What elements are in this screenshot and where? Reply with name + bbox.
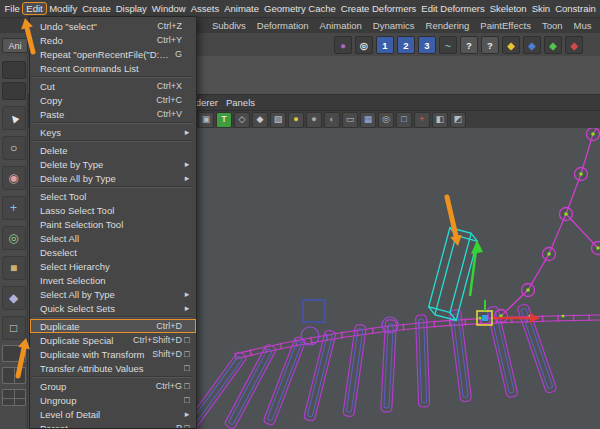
- default-light-icon[interactable]: ●: [306, 112, 322, 128]
- toolbox-button-2[interactable]: [2, 82, 26, 100]
- gamma-icon[interactable]: ◩: [450, 112, 466, 128]
- two-pane-layout-button[interactable]: [2, 367, 26, 384]
- menu-create[interactable]: Create: [80, 2, 114, 15]
- menu-item-lasso-select-tool[interactable]: Lasso Select Tool: [30, 203, 196, 217]
- menu-item-quick-select-sets[interactable]: Quick Select Sets▸: [30, 301, 196, 315]
- control-3-icon[interactable]: 3: [418, 36, 436, 54]
- menu-item-select-all[interactable]: Select All: [30, 231, 196, 245]
- menu-item-ungroup[interactable]: Ungroup□: [30, 393, 196, 407]
- yellow-shelf-icon[interactable]: ◆: [502, 36, 520, 54]
- exposure-icon[interactable]: ◧: [432, 112, 448, 128]
- menu-geometry-cache[interactable]: Geometry Cache: [262, 2, 339, 15]
- help-2-icon[interactable]: ?: [481, 36, 499, 54]
- menu-item-cut[interactable]: CutCtrl+X: [30, 79, 196, 93]
- menu-item-duplicate[interactable]: DuplicateCtrl+D: [30, 319, 196, 333]
- menu-item-keys[interactable]: Keys▸: [30, 125, 196, 139]
- menu-item-shortcut: G: [175, 49, 182, 59]
- menu-edit[interactable]: Edit: [22, 2, 46, 15]
- option-box-icon[interactable]: □: [182, 381, 192, 391]
- help-1-icon[interactable]: ?: [460, 36, 478, 54]
- menu-item-invert-selection[interactable]: Invert Selection: [30, 273, 196, 287]
- menu-item-paste[interactable]: PasteCtrl+V: [30, 107, 196, 121]
- menu-assets[interactable]: Assets: [188, 2, 222, 15]
- menu-animate[interactable]: Animate: [222, 2, 262, 15]
- menu-skin[interactable]: Skin: [529, 2, 552, 15]
- wireframe-icon[interactable]: ◇: [234, 112, 250, 128]
- xray-icon[interactable]: □: [396, 112, 412, 128]
- scale-tool-icon[interactable]: ■: [2, 256, 26, 280]
- menu-item-delete-by-type[interactable]: Delete by Type▸: [30, 157, 196, 171]
- option-box-icon[interactable]: □: [182, 423, 192, 429]
- all-lights-icon[interactable]: ●: [288, 112, 304, 128]
- shadows-icon[interactable]: ◐: [324, 112, 340, 128]
- move-tool-icon[interactable]: +: [2, 196, 26, 220]
- paint-selection-tool-icon[interactable]: ◉: [2, 166, 26, 190]
- menu-item-select-hierarchy[interactable]: Select Hierarchy: [30, 259, 196, 273]
- shelf-tab-toon[interactable]: Toon: [542, 20, 563, 31]
- textured-icon[interactable]: ▧: [270, 112, 286, 128]
- select-tool-icon[interactable]: ▲: [2, 106, 26, 130]
- option-box-icon[interactable]: □: [182, 363, 192, 373]
- menu-create-deformers[interactable]: Create Deformers: [338, 2, 419, 15]
- menu-item-delete[interactable]: Delete: [30, 143, 196, 157]
- menu-skeleton[interactable]: Skeleton: [487, 2, 529, 15]
- menu-item-transfer-attribute-values[interactable]: Transfer Attribute Values□: [30, 361, 196, 375]
- grid-icon[interactable]: ▦: [360, 112, 376, 128]
- menu-item-select-all-by-type[interactable]: Select All by Type▸: [30, 287, 196, 301]
- last-tool-icon[interactable]: □: [2, 316, 26, 340]
- menu-item-paint-selection-tool[interactable]: Paint Selection Tool: [30, 217, 196, 231]
- four-pane-layout-button[interactable]: [2, 389, 26, 406]
- menu-item-copy[interactable]: CopyCtrl+C: [30, 93, 196, 107]
- single-pane-layout-button[interactable]: [2, 345, 26, 362]
- texture-toggle-icon[interactable]: T: [216, 112, 232, 128]
- menu-item-deselect[interactable]: Deselect: [30, 245, 196, 259]
- menu-item-group[interactable]: GroupCtrl+G□: [30, 379, 196, 393]
- menu-item-duplicate-with-transform[interactable]: Duplicate with TransformShift+D□: [30, 347, 196, 361]
- joint-shelf-icon[interactable]: ◎: [355, 36, 373, 54]
- blue-shelf-icon[interactable]: ◆: [523, 36, 541, 54]
- toolbox-button-1[interactable]: [2, 61, 26, 79]
- shelf-tab-dynamics[interactable]: Dynamics: [373, 20, 415, 31]
- curve-shelf-icon[interactable]: ~: [439, 36, 457, 54]
- control-1-icon[interactable]: 1: [376, 36, 394, 54]
- menu-item-recent-commands-list[interactable]: Recent Commands List: [30, 61, 196, 75]
- red-shelf-icon[interactable]: ◆: [565, 36, 583, 54]
- menu-window[interactable]: Window: [149, 2, 188, 15]
- option-box-icon[interactable]: □: [182, 335, 192, 345]
- menu-item-redo[interactable]: RedoCtrl+Y: [30, 33, 196, 47]
- control-2-icon[interactable]: 2: [397, 36, 415, 54]
- shaded-icon[interactable]: ◆: [252, 112, 268, 128]
- menu-file[interactable]: File: [2, 2, 22, 15]
- menu-set-selector[interactable]: Ani: [2, 38, 28, 53]
- isolate-select-icon[interactable]: ◎: [378, 112, 394, 128]
- rotate-tool-icon[interactable]: ◎: [2, 226, 26, 250]
- menu-modify[interactable]: Modify: [47, 2, 80, 15]
- menu-edit-deformers[interactable]: Edit Deformers: [419, 2, 487, 15]
- green-shelf-icon[interactable]: ◆: [544, 36, 562, 54]
- film-gate-icon[interactable]: ▭: [342, 112, 358, 128]
- shelf-tab-subdivs[interactable]: Subdivs: [212, 20, 246, 31]
- camera-icon[interactable]: ▣: [198, 112, 214, 128]
- universal-manipulator-icon[interactable]: ◆: [2, 286, 26, 310]
- shelf-tab-deformation[interactable]: Deformation: [257, 20, 309, 31]
- y-axis-manipulator-arrow[interactable]: [470, 240, 483, 296]
- panel-menu-panels[interactable]: Panels: [226, 97, 255, 108]
- option-box-icon[interactable]: □: [182, 395, 192, 405]
- menu-constrain[interactable]: Constrain: [553, 2, 599, 15]
- menu-item-level-of-detail[interactable]: Level of Detail▸: [30, 407, 196, 421]
- shelf-tab-mus[interactable]: Mus: [574, 20, 592, 31]
- joints-xray-icon[interactable]: +: [414, 112, 430, 128]
- shelf-tab-rendering[interactable]: Rendering: [426, 20, 470, 31]
- shelf-tab-animation[interactable]: Animation: [320, 20, 362, 31]
- menu-item-select-tool[interactable]: Select Tool: [30, 189, 196, 203]
- menu-item-duplicate-special[interactable]: Duplicate SpecialCtrl+Shift+D□: [30, 333, 196, 347]
- option-box-icon[interactable]: □: [182, 349, 192, 359]
- menu-item-parent[interactable]: ParentP□: [30, 421, 196, 429]
- menu-item-undo-select[interactable]: Undo "select"Ctrl+Z: [30, 19, 196, 33]
- menu-item-delete-all-by-type[interactable]: Delete All by Type▸: [30, 171, 196, 185]
- menu-display[interactable]: Display: [113, 2, 149, 15]
- lasso-tool-icon[interactable]: ○: [2, 136, 26, 160]
- shelf-tab-painteffects[interactable]: PaintEffects: [480, 20, 531, 31]
- menu-item-repeat-openrecentfile-d-chanda[interactable]: Repeat "openRecentFile("D:/chanda..."G: [30, 47, 196, 61]
- sphere-shelf-icon[interactable]: ●: [334, 36, 352, 54]
